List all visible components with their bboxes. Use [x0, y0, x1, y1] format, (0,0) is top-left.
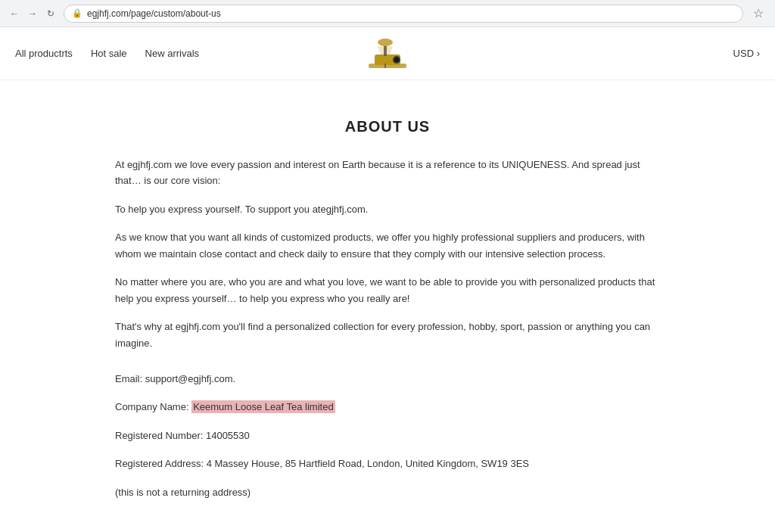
browser-chrome: ← → ↻ 🔒 egjhfj.com/page/custom/about-us … — [0, 0, 775, 27]
paragraph-3: As we know that you want all kinds of cu… — [115, 229, 660, 262]
url-text: egjhfj.com/page/custom/about-us — [87, 8, 221, 19]
returning-address-note: (this is not a returning address) — [115, 484, 660, 500]
page-title: ABOUT US — [115, 118, 660, 135]
svg-marker-6 — [378, 46, 393, 54]
registered-address: Registered Address: 4 Massey House, 85 H… — [115, 456, 660, 471]
site-header: All productrts Hot sale New arrivals USD… — [0, 27, 775, 80]
forward-button[interactable]: → — [26, 7, 39, 20]
registered-number: Registered Number: 14005530 — [115, 428, 660, 443]
browser-nav-buttons: ← → ↻ — [8, 7, 58, 20]
paragraph-1: At egjhfj.com we love every passion and … — [115, 157, 660, 189]
back-button[interactable]: ← — [8, 7, 21, 20]
company-name-highlighted: Keemum Loose Leaf Tea limited — [191, 400, 335, 413]
contact-email: Email: support@egjhfj.com. — [115, 371, 660, 387]
site-logo[interactable] — [361, 35, 414, 73]
content-body: At egjhfj.com we love every passion and … — [115, 157, 660, 500]
main-content: ABOUT US At egjhfj.com we love every pas… — [100, 80, 675, 532]
paragraph-2: To help you express yourself. To support… — [115, 201, 660, 217]
svg-point-5 — [378, 39, 393, 46]
svg-point-3 — [394, 58, 399, 62]
company-name: Company Name: Keemum Loose Leaf Tea limi… — [115, 399, 660, 415]
address-bar[interactable]: 🔒 egjhfj.com/page/custom/about-us — [64, 5, 743, 23]
nav-new-arrivals[interactable]: New arrivals — [145, 48, 200, 59]
lock-icon: 🔒 — [72, 8, 82, 18]
header-nav: All productrts Hot sale New arrivals — [15, 48, 199, 59]
paragraph-5: That's why at egjhfj.com you'll find a p… — [115, 319, 660, 351]
bookmark-button[interactable]: ☆ — [749, 5, 767, 23]
currency-selector[interactable]: USD › — [733, 48, 760, 59]
nav-all-products[interactable]: All productrts — [15, 48, 73, 59]
paragraph-4: No matter where you are, who you are and… — [115, 274, 660, 306]
reload-button[interactable]: ↻ — [44, 7, 58, 20]
nav-hot-sale[interactable]: Hot sale — [91, 48, 127, 59]
